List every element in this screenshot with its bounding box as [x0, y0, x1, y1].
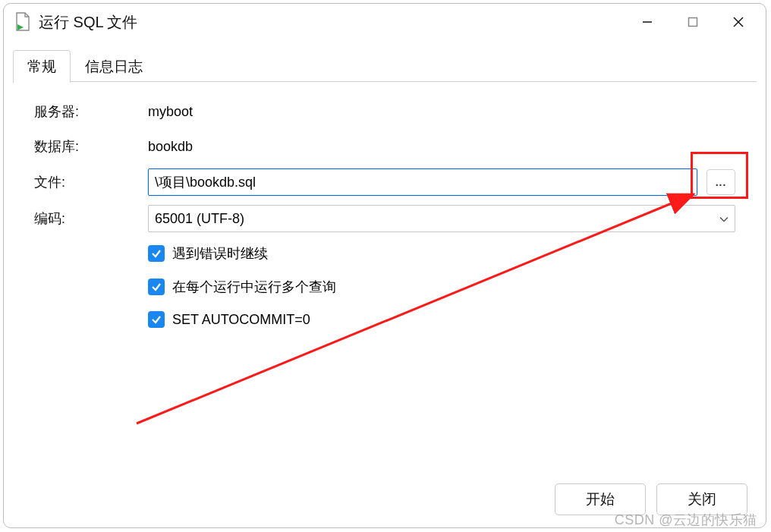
close-button[interactable]: 关闭	[656, 483, 747, 515]
browse-button[interactable]: ...	[706, 169, 735, 195]
checkbox-checked-icon	[148, 311, 165, 328]
dialog-window: 运行 SQL 文件 常规 信息日志 服务器: myboot 数据库: bookd…	[3, 3, 766, 528]
checkbox-multi-query[interactable]: 在每个运行中运行多个查询	[148, 278, 735, 296]
form-content: 服务器: myboot 数据库: bookdb 文件: ... 编码: 6500…	[13, 81, 757, 328]
row-file: 文件: ...	[34, 168, 735, 196]
tab-general[interactable]: 常规	[13, 50, 71, 83]
database-label: 数据库:	[34, 137, 148, 156]
checkbox-continue-on-error[interactable]: 遇到错误时继续	[148, 244, 735, 263]
checkbox-label: 遇到错误时继续	[172, 244, 268, 263]
checkbox-label: SET AUTOCOMMIT=0	[172, 312, 310, 328]
tab-log[interactable]: 信息日志	[71, 50, 157, 83]
server-label: 服务器:	[34, 102, 148, 121]
row-encoding: 编码: 65001 (UTF-8)	[34, 205, 735, 232]
file-input[interactable]	[148, 168, 697, 196]
sql-file-icon	[14, 12, 31, 32]
checkbox-label: 在每个运行中运行多个查询	[172, 278, 336, 296]
checkbox-checked-icon	[148, 279, 165, 295]
dialog-footer: 开始 关闭	[555, 483, 747, 515]
encoding-select[interactable]: 65001 (UTF-8)	[148, 205, 735, 232]
tab-bar: 常规 信息日志	[4, 40, 766, 82]
encoding-value: 65001 (UTF-8)	[155, 211, 244, 227]
chevron-down-icon	[719, 211, 729, 227]
file-label: 文件:	[34, 173, 148, 191]
checkbox-group: 遇到错误时继续 在每个运行中运行多个查询 SET AUTOCOMMIT=0	[148, 244, 735, 328]
maximize-button[interactable]	[670, 7, 716, 37]
close-window-button[interactable]	[716, 7, 761, 37]
checkbox-autocommit[interactable]: SET AUTOCOMMIT=0	[148, 311, 735, 328]
minimize-button[interactable]	[625, 7, 670, 37]
svg-rect-2	[689, 18, 697, 27]
checkbox-checked-icon	[148, 245, 165, 262]
start-button[interactable]: 开始	[555, 483, 646, 515]
row-server: 服务器: myboot	[34, 99, 735, 124]
row-database: 数据库: bookdb	[34, 134, 735, 159]
database-value: bookdb	[148, 139, 193, 155]
titlebar: 运行 SQL 文件	[4, 4, 766, 40]
window-title: 运行 SQL 文件	[39, 12, 137, 33]
encoding-label: 编码:	[34, 209, 148, 228]
server-value: myboot	[148, 104, 193, 120]
